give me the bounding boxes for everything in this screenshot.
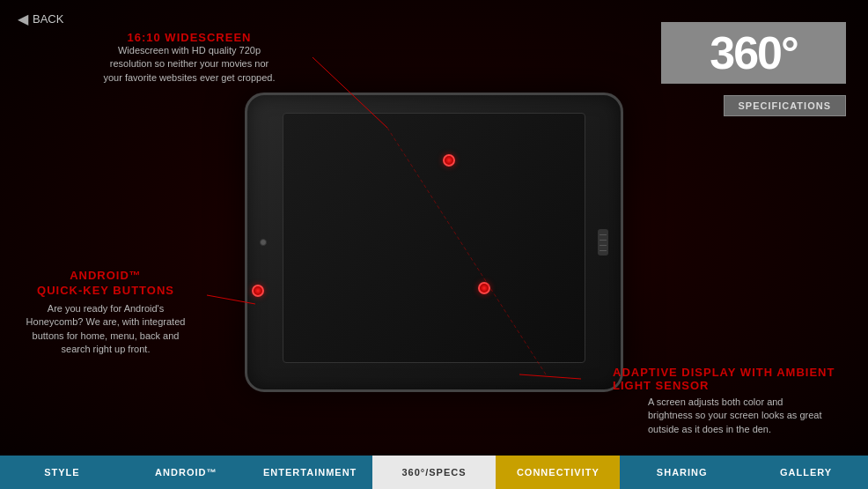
specs-label: SPECIFICATIONS [739, 100, 831, 111]
nav-gallery-label: GALLERY [780, 467, 832, 478]
nav-style[interactable]: STYLE [0, 456, 124, 489]
nav-entertainment-label: ENTERTAINMENT [263, 467, 357, 478]
nav-specs-label: 360°/SPECS [401, 467, 466, 478]
hotspot-quickkey[interactable] [252, 285, 264, 297]
adaptive-text: A screen adjusts both color and brightne… [648, 396, 824, 436]
nav-android-label: ANDROID™ [155, 467, 217, 478]
speaker-line [600, 245, 607, 246]
nav-sharing-label: SHARING [657, 467, 708, 478]
quickkey-text: Are you ready for Android's Honeycomb? W… [18, 302, 194, 357]
specifications-button[interactable]: SPECIFICATIONS [724, 95, 846, 116]
camera-dot [260, 239, 267, 246]
badge-360: 360° [661, 22, 846, 84]
annotation-adaptive: ADAPTIVE DISPLAY WITH AMBIENT LIGHT SENS… [613, 366, 859, 436]
annotation-widescreen: 16:10 WIDESCREEN Widescreen with HD qual… [101, 31, 277, 85]
back-arrow-icon: ◀ [18, 11, 28, 27]
speaker-line [600, 240, 607, 241]
tablet-screen [283, 113, 585, 363]
nav-gallery[interactable]: GALLERY [744, 456, 868, 489]
speaker-line [600, 234, 607, 235]
speaker-line [600, 250, 607, 251]
nav-connectivity[interactable]: CONNECTIVITY [496, 456, 620, 489]
widescreen-text: Widescreen with HD quality 720p resoluti… [101, 44, 277, 85]
hotspot-adaptive[interactable] [478, 282, 490, 294]
widescreen-title: 16:10 WIDESCREEN [101, 31, 277, 44]
speaker [598, 229, 608, 256]
hotspot-widescreen[interactable] [443, 154, 455, 167]
back-label: BACK [33, 12, 63, 26]
nav-android[interactable]: ANDROID™ [124, 456, 248, 489]
nav-connectivity-label: CONNECTIVITY [517, 467, 600, 478]
tablet-device [245, 93, 623, 392]
back-button[interactable]: ◀ BACK [18, 11, 63, 27]
nav-entertainment[interactable]: ENTERTAINMENT [248, 456, 372, 489]
tablet-body [245, 93, 623, 392]
annotation-quickkey: ANDROID™QUICK-KEY BUTTONS Are you ready … [18, 269, 194, 356]
nav-sharing[interactable]: SHARING [620, 456, 744, 489]
quickkey-title: ANDROID™QUICK-KEY BUTTONS [18, 269, 194, 299]
bottom-navigation: STYLE ANDROID™ ENTERTAINMENT 360°/SPECS … [0, 456, 868, 489]
nav-specs[interactable]: 360°/SPECS [372, 456, 497, 489]
badge-text: 360° [710, 26, 798, 79]
nav-style-label: STYLE [44, 467, 79, 478]
adaptive-title: ADAPTIVE DISPLAY WITH AMBIENT LIGHT SENS… [613, 366, 859, 392]
